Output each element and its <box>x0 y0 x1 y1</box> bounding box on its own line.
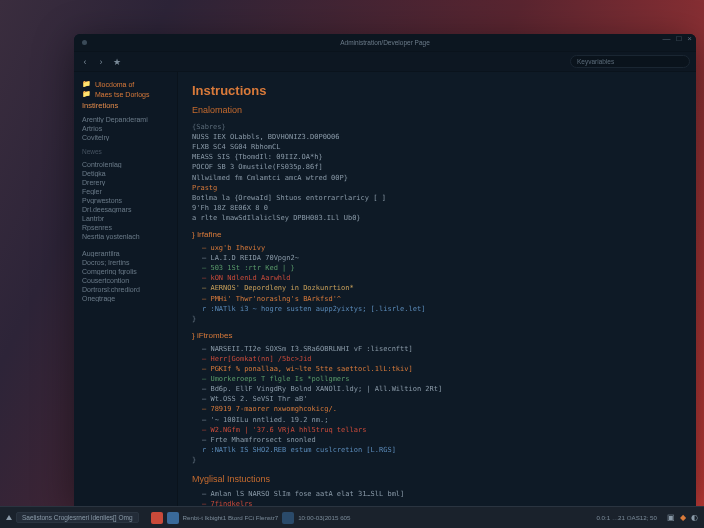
sidebar-group-2: ControlenlagDetigkaDrereryFeglerPvgrwest… <box>82 161 169 240</box>
code-block-3: — NARSEII.TI2e SOXSm I3.SRa6OBRLNHI vF :… <box>192 344 682 456</box>
code-line: Prastg <box>192 183 682 193</box>
sidebar-item[interactable]: Drl.deesagmars <box>82 206 169 213</box>
code-line: — AERNOS' Depordleny in Dozkunrtion* <box>192 283 682 293</box>
taskbar-app-3[interactable] <box>282 512 294 524</box>
section-label-1: } Irfafine <box>192 229 682 241</box>
search-placeholder: Keyvariables <box>577 58 614 65</box>
code-line: 9'Fh 18Z 8E06X 8 0 <box>192 203 682 213</box>
closing-brace: } <box>192 314 682 324</box>
start-icon[interactable] <box>6 515 12 520</box>
page-title: Instructions <box>192 82 682 101</box>
nav-forward-icon[interactable]: › <box>96 57 106 67</box>
code-line: a rlte lmawSdIlaliclSey DPBH083.ILl Ub0} <box>192 213 682 223</box>
sidebar-item[interactable]: Dortrorsl:chrediord <box>82 286 169 293</box>
sidebar-item[interactable]: Pvgrwestons <box>82 197 169 204</box>
code-block-4: — Amlan lS NARSO SlIm fose aatA elat 31…… <box>192 489 682 506</box>
code-line: — PGKIf % ponallaa, wi~lte 5tte saettocl… <box>192 364 682 374</box>
sidebar-item[interactable]: Lantrbr <box>82 215 169 222</box>
star-icon[interactable]: ★ <box>112 57 122 67</box>
taskbar-status: 0.0:1 …21 OAS12; 50 <box>596 514 657 521</box>
taskbar-tray: ▣ ◆ ◐ <box>667 513 698 522</box>
code-line: — LA.I.D REIDA 70Vpgn2~ <box>192 253 682 263</box>
sidebar-item[interactable]: Arently Depanderami <box>82 116 169 123</box>
folder-icon: 📁 <box>82 90 91 98</box>
sidebar-folder-2[interactable]: 📁 Maes tse Dorlogs <box>82 90 169 98</box>
code-line: — Amlan lS NARSO SlIm fose aatA elat 31…… <box>192 489 682 499</box>
code-line: FLXB SC4 SG04 RbhomCL <box>192 142 682 152</box>
section-label-2: } iFtrombes <box>192 330 682 342</box>
tray-icon-3[interactable]: ◐ <box>691 513 698 522</box>
code-line: — W2.NGfm | '37.6 VRjA hhl5truq tellars <box>192 425 682 435</box>
maximize-button[interactable]: □ <box>676 34 681 43</box>
code-line: — uxg'b Ihevivy <box>192 243 682 253</box>
taskbar-app-1[interactable] <box>151 512 163 524</box>
sidebar-item[interactable]: Controlenlag <box>82 161 169 168</box>
code-line: {Sabres} <box>192 122 682 132</box>
taskbar-center: Renbt-t Ikbight1 Btord FCi Flenstr7 10:0… <box>151 512 351 524</box>
sidebar-item[interactable]: Artrios <box>82 125 169 132</box>
sidebar-item[interactable]: Nesrtia yostenlach <box>82 233 169 240</box>
window-title: Administration/Developer Page <box>340 39 430 46</box>
window-controls: — □ × <box>662 34 692 43</box>
sidebar-item[interactable]: Drerery <box>82 179 169 186</box>
code-line: r :NATlk i3 ~ hogre susten aupp2yixtys; … <box>192 304 682 314</box>
taskbar-active-window[interactable]: Saelistons Croglesrneri ldenlies[] Omg <box>16 512 139 523</box>
code-block-1: {Sabres}NUSS IEX OLabbls, BDVHONIZ3.D0P0… <box>192 122 682 223</box>
code-line: — NARSEII.TI2e SOXSm I3.SRa6OBRLNHI vF :… <box>192 344 682 354</box>
taskbar-center-text: Renbt-t Ikbight1 Btord FCi Flenstr7 <box>183 514 279 521</box>
sidebar-item[interactable]: Detigka <box>82 170 169 177</box>
code-line: — '~ 100ILu nntlied. 19.2 nm.; <box>192 415 682 425</box>
titlebar-dot <box>82 40 87 45</box>
taskbar-time: 10:00-03(2015 605 <box>298 514 350 521</box>
code-line: — kON NdlenLd Aarwhld <box>192 273 682 283</box>
code-line: — 503 1St :rtr Ked | } <box>192 263 682 273</box>
taskbar: Saelistons Croglesrneri ldenlies[] Omg R… <box>0 506 704 528</box>
app-window: Administration/Developer Page — □ × ‹ › … <box>74 34 696 506</box>
code-line: — Wt.OSS 2. SeVSI Thr aB' <box>192 394 682 404</box>
tray-icon-1[interactable]: ▣ <box>667 513 675 522</box>
closing-brace: } <box>192 455 682 465</box>
content-area: Instructions Enalomation {Sabres}NUSS IE… <box>178 72 696 506</box>
folder-icon: 📁 <box>82 80 91 88</box>
code-line: MEASS SIS {TbomdIl: 09IIZ.OA*h} <box>192 152 682 162</box>
code-line: — Umorkeroeps T flgle Is *pollgmers <box>192 374 682 384</box>
tray-icon-2[interactable]: ◆ <box>680 513 686 522</box>
sidebar-item[interactable]: Rpsenres <box>82 224 169 231</box>
code-line: — 78919 7-maorer nxwomghcokicg/. <box>192 404 682 414</box>
nav-back-icon[interactable]: ‹ <box>80 57 90 67</box>
sidebar-item[interactable]: Augerantilra <box>82 250 169 257</box>
code-line: POCOF SB 3 Omustile(FS035p.86f] <box>192 162 682 172</box>
body: 📁 Ulocdoma of 📁 Maes tse Dorlogs Instire… <box>74 72 696 506</box>
toolbar: ‹ › ★ Keyvariables <box>74 52 696 72</box>
sidebar-item[interactable]: Comgering fgrolis <box>82 268 169 275</box>
sidebar-group-3: AugerantilraDocros; IrertinsComgering fg… <box>82 250 169 302</box>
sidebar-item[interactable]: Onegtrage <box>82 295 169 302</box>
code-line: Nllwilmed fm Cmlamtci amcA wtred 00P} <box>192 173 682 183</box>
code-line: NUSS IEX OLabbls, BDVHONIZ3.D0P0O06 <box>192 132 682 142</box>
sidebar-item[interactable]: Fegler <box>82 188 169 195</box>
taskbar-app-2[interactable] <box>167 512 179 524</box>
code-line: — Herr[Gomkat(nn] /5bc>Jid <box>192 354 682 364</box>
sidebar-item[interactable]: Covitelry <box>82 134 169 141</box>
sidebar-item[interactable]: Cousertcontion <box>82 277 169 284</box>
page-subtitle: Enalomation <box>192 104 682 117</box>
code-line: Botlma la {OrewaId] Shtuos entorrarrlari… <box>192 193 682 203</box>
code-block-2: — uxg'b Ihevivy— LA.I.D REIDA 70Vpgn2~— … <box>192 243 682 314</box>
section-heading: Myglisal Instuctions <box>192 473 682 486</box>
code-line: — Frte Mhamfrorsect snonled <box>192 435 682 445</box>
close-button[interactable]: × <box>687 34 692 43</box>
sidebar-folder-1[interactable]: 📁 Ulocdoma of <box>82 80 169 88</box>
code-line: r :NATlk IS SHO2.REB estum cuslcretion [… <box>192 445 682 455</box>
sidebar-active-item[interactable]: Instiretions <box>82 101 169 110</box>
sidebar: 📁 Ulocdoma of 📁 Maes tse Dorlogs Instire… <box>74 72 178 506</box>
sidebar-section-label: Newes <box>82 148 169 155</box>
titlebar: Administration/Developer Page — □ × <box>74 34 696 52</box>
code-line: — PMHi' Thwr'noraslng's BArkfsd'^ <box>192 294 682 304</box>
code-line: — Bd6p. EllF VingdRy Bolnd XANOlI.ldy; |… <box>192 384 682 394</box>
minimize-button[interactable]: — <box>662 34 670 43</box>
search-input[interactable]: Keyvariables <box>570 55 690 68</box>
sidebar-group-1: Arently DepanderamiArtriosCovitelry <box>82 116 169 141</box>
taskbar-left: Saelistons Croglesrneri ldenlies[] Omg <box>6 512 139 523</box>
sidebar-item[interactable]: Docros; Irertins <box>82 259 169 266</box>
